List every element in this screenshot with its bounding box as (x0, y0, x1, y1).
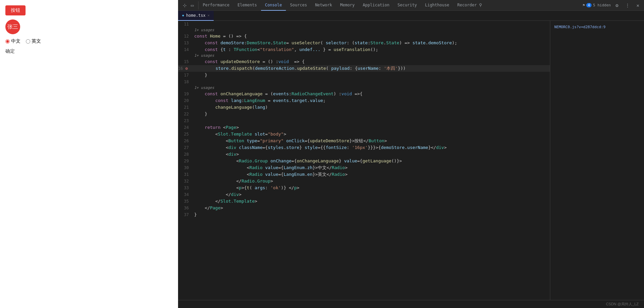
tab-network[interactable]: Network (311, 0, 336, 11)
code-line-21: 21 changeLanguage(lang) (178, 104, 550, 111)
code-line-37: 37 } (178, 211, 550, 218)
attribution-text: CSDN @局外人_LZ (606, 302, 639, 307)
file-tab-close-icon[interactable]: ✕ (208, 13, 210, 17)
file-tabs: ◆ home.tsx ✕ (178, 11, 644, 21)
code-line-16: 16 ⚙ store.dispatch(demoStoreAction.upda… (178, 65, 550, 72)
radio-chinese[interactable]: 中文 (5, 38, 20, 44)
code-line-28: 28 <div> (178, 151, 550, 158)
code-line-15: 15 const updateDemoStore = () :void => { (178, 58, 550, 65)
code-lines: 11 1+ usages 12 const Home = () => { 13 … (178, 21, 550, 218)
code-line-23: 23 (178, 117, 550, 124)
issues-count: 4 (586, 3, 592, 7)
code-line-36: 36 </Page> (178, 205, 550, 211)
code-line-29: 29 <Radio.Group onChange={onChangeLangua… (178, 158, 550, 164)
code-line-24: 24 return <Page> (178, 124, 550, 131)
code-line-27: 27 <div className={styles.store} style={… (178, 144, 550, 151)
avatar: 张三 (5, 19, 20, 34)
file-tab-name: home.tsx (186, 13, 206, 18)
code-line-20: 20 const lang:LangEnum = events.target.v… (178, 97, 550, 104)
tab-sources[interactable]: Sources (286, 0, 311, 11)
right-panel-link[interactable]: NEMORC0.js?v=d287ddcd:9 (550, 23, 644, 31)
code-line-11: 11 (178, 21, 550, 28)
confirm-button[interactable]: 确定 (5, 48, 15, 54)
tab-console[interactable]: Console (261, 0, 286, 11)
issues-badge[interactable]: ⚑ 4 5 hidden (583, 3, 611, 7)
hidden-count: 5 hidden (593, 3, 611, 7)
code-line-13: 13 const demoStore:DemoStore.State= useS… (178, 40, 550, 46)
code-line-17: 17 } (178, 72, 550, 79)
file-tab-home[interactable]: ◆ home.tsx ✕ (178, 11, 214, 21)
code-line-19: 19 const onChangeLanguage = (events:Radi… (178, 91, 550, 97)
code-line-35: 35 </Slot.Template> (178, 198, 550, 205)
toolbar-right: ⚑ 4 5 hidden ⚙ ⋮ ✕ (580, 1, 644, 9)
editor-main: 11 1+ usages 12 const Home = () => { 13 … (178, 21, 644, 308)
radio-english-label: 英文 (32, 38, 41, 44)
code-line-33: 33 <p>{t( args: 'ok')} </p> (178, 185, 550, 191)
code-line-18: 18 (178, 79, 550, 85)
close-icon[interactable]: ✕ (635, 1, 641, 9)
usage-hint-15: 1+ usages (178, 53, 550, 58)
toolbar-icons: ⊹ ▭ (178, 1, 199, 9)
code-line-22: 22 } (178, 111, 550, 117)
right-panel: NEMORC0.js?v=d287ddcd:9 (550, 21, 644, 308)
radio-english[interactable]: 英文 (26, 38, 41, 44)
tab-security[interactable]: Security (393, 0, 421, 11)
tab-recorder[interactable]: Recorder ⚲ (453, 0, 486, 11)
code-line-34: 34 </div> (178, 191, 550, 198)
toolbar-tabs: Performance Elements Console Sources Net… (199, 0, 580, 11)
flag-icon: ⚑ (583, 3, 585, 7)
more-icon[interactable]: ⋮ (623, 1, 632, 9)
devtools-panel: ⊹ ▭ Performance Elements Console Sources… (178, 0, 644, 308)
device-icon[interactable]: ▭ (189, 1, 196, 9)
bottom-bar: CSDN @局外人_LZ (178, 300, 644, 308)
tab-application[interactable]: Application (359, 0, 393, 11)
settings-icon[interactable]: ⚙ (613, 1, 620, 9)
code-line-30: 30 <Radio value={LangEnum.zh}>中文</Radio> (178, 164, 550, 171)
preview-button[interactable]: 按钮 (5, 5, 26, 15)
radio-group: 中文 英文 (5, 38, 41, 44)
code-line-31: 31 <Radio value={LangEnum.en}>英文</Radio> (178, 171, 550, 178)
tab-memory[interactable]: Memory (336, 0, 358, 11)
preview-area: 按钮 张三 中文 英文 确定 (0, 0, 178, 308)
inspect-icon[interactable]: ⊹ (181, 1, 189, 9)
code-line-14: 14 const {t : TFunction<"translation", u… (178, 46, 550, 53)
tab-lighthouse[interactable]: Lighthouse (421, 0, 453, 11)
code-line-26: 26 <Button type="primary" onClick={updat… (178, 138, 550, 144)
code-line-32: 32 </Radio.Group> (178, 178, 550, 185)
tab-elements[interactable]: Elements (233, 0, 261, 11)
code-line-25: 25 <Slot.Template slot="body"> (178, 131, 550, 138)
code-area[interactable]: 11 1+ usages 12 const Home = () => { 13 … (178, 21, 550, 308)
devtools-toolbar: ⊹ ▭ Performance Elements Console Sources… (178, 0, 644, 11)
radio-chinese-label: 中文 (11, 38, 20, 44)
file-type-icon: ◆ (182, 13, 184, 17)
usage-hint-19: 1+ usages (178, 85, 550, 91)
code-line-12: 12 const Home = () => { (178, 33, 550, 40)
usage-hint-12: 1+ usages (178, 28, 550, 33)
tab-performance[interactable]: Performance (199, 0, 233, 11)
